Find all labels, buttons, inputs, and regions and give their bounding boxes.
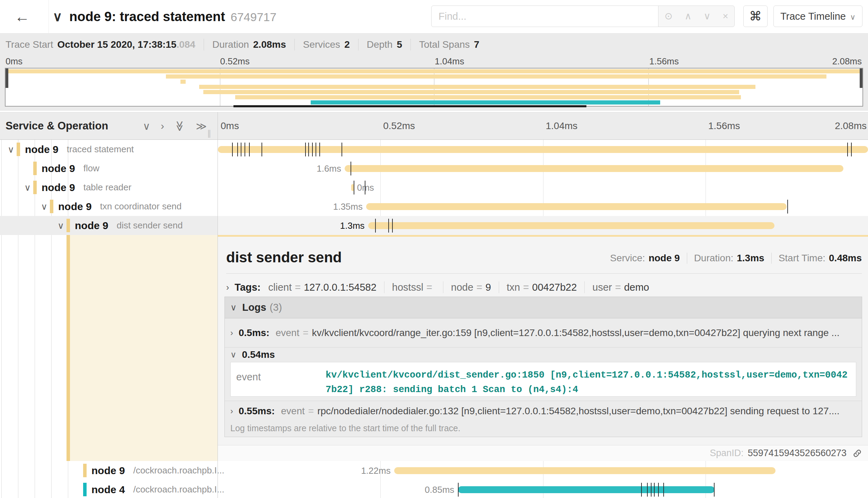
expand-one-icon[interactable]: › (161, 120, 164, 132)
log-field-value: rpc/nodedialer/nodedialer.go:132 [n9,cli… (317, 406, 840, 417)
log-marker-tick (654, 483, 655, 497)
time-tick-label: 1.04ms (546, 112, 578, 139)
back-button[interactable]: ← (5, 0, 39, 33)
divider (204, 39, 204, 51)
log-marker-tick (354, 181, 354, 194)
divider (294, 39, 295, 51)
detail-left-band (0, 235, 218, 461)
log-marker-tick (658, 483, 659, 497)
span-row[interactable]: ∨node 9table reader0ms (0, 178, 868, 197)
log-marker-tick (392, 219, 393, 233)
span-bar[interactable] (345, 165, 843, 172)
find-clear-icon[interactable]: × (723, 11, 728, 21)
expand-all-icon[interactable]: ≫ (196, 120, 206, 132)
span-row-text: node 9traced statement (25, 140, 134, 159)
span-row-text: node 9table reader (42, 178, 131, 197)
span-row-timeline: 0.85ms (218, 480, 868, 498)
collapse-deep-icon[interactable]: ≫ (174, 120, 186, 131)
log-marker-tick (458, 483, 459, 497)
timeline-header: Service & Operation ∨ › ≫ ≫ ∥ 0ms0.52ms1… (0, 112, 868, 140)
log-marker-tick (316, 143, 316, 156)
copy-link-icon[interactable] (852, 448, 862, 459)
span-service-name: node 9 (75, 220, 108, 232)
log-marker-tick (651, 483, 652, 497)
span-service-name: node 9 (58, 201, 92, 212)
equals-sign: = (308, 406, 314, 417)
log-marker-tick (308, 143, 309, 156)
log-marker-tick (245, 143, 245, 156)
log-timestamp: 0.54ms (242, 349, 275, 360)
minimap-scrub-bar[interactable] (233, 105, 586, 107)
log-marker-tick (262, 143, 262, 156)
span-row-left: ∨node 9txn coordinator send (0, 197, 218, 216)
find-input[interactable] (431, 6, 658, 27)
chevron-right-icon: › (230, 406, 233, 416)
divider (443, 281, 443, 293)
summary-label: Services (303, 39, 340, 50)
span-bar[interactable] (368, 222, 774, 229)
span-row-text: node 9txn coordinator send (58, 197, 181, 216)
span-bar[interactable] (366, 203, 787, 210)
span-color-accent (33, 162, 37, 175)
row-collapse-icon[interactable]: ∨ (8, 144, 14, 155)
span-color-accent (33, 181, 37, 194)
minimap-canvas[interactable] (5, 68, 863, 107)
trace-collapse-icon[interactable]: ∨ (53, 0, 62, 33)
log-entry[interactable]: › 0.55ms: event = rpc/nodedialer/nodedia… (230, 401, 856, 422)
logs-title: Logs (242, 302, 266, 313)
service-label: Service: (610, 253, 645, 264)
span-row-left: node 9/cockroach.roachpb.I... (0, 461, 218, 480)
tags-row[interactable]: › Tags: client=127.0.0.1:54582hostssl=no… (226, 279, 649, 296)
log-marker-tick (305, 143, 306, 156)
start-time-label: Start Time: (779, 253, 825, 264)
span-row-left: ∨node 9dist sender send (0, 216, 218, 235)
minimap-scrubber-handle[interactable] (6, 69, 8, 88)
span-row[interactable]: ∨node 9traced statement (0, 140, 868, 159)
divider (358, 39, 358, 51)
summary-label: Depth (367, 39, 393, 50)
keyboard-shortcuts-button[interactable]: ⌘ (743, 6, 768, 27)
span-row[interactable]: ∨node 9dist sender send1.3ms (0, 216, 868, 235)
find-next-icon[interactable]: ∨ (703, 11, 711, 21)
summary-label: Duration (212, 39, 249, 50)
locate-icon[interactable]: ⊙ (664, 11, 672, 21)
minimap-scrubber-handle[interactable] (860, 69, 862, 88)
summary-value-suffix: .084 (176, 39, 195, 50)
row-collapse-icon[interactable]: ∨ (57, 220, 64, 231)
collapse-all-icon[interactable]: ∨ (143, 120, 150, 132)
divider (48, 0, 49, 33)
equals-sign: = (303, 327, 308, 338)
span-row[interactable]: node 4/cockroach.roachpb.I...0.85ms (0, 480, 868, 498)
minimap-time-labels: 0ms0.52ms1.04ms1.56ms2.08ms (5, 56, 863, 67)
time-tick-label: 0.52ms (220, 56, 250, 67)
summary-value: 2.08ms (253, 39, 286, 50)
span-row-left: node 4/cockroach.roachpb.I... (0, 480, 218, 498)
logs-header[interactable]: ∨ Logs (3) (225, 297, 862, 318)
summary-value: October 15 2020, 17:38:15 (57, 39, 176, 50)
span-row[interactable]: ∨node 9txn coordinator send1.35ms (0, 197, 868, 216)
detail-highlight-band (70, 235, 218, 461)
column-resize-handle[interactable]: ∥ (207, 129, 212, 138)
divider (499, 281, 499, 293)
log-entry[interactable]: › 0.5ms: event = kv/kvclient/kvcoord/ran… (230, 318, 856, 347)
row-collapse-icon[interactable]: ∨ (24, 182, 31, 193)
log-marker-tick (249, 143, 250, 156)
find-prev-icon[interactable]: ∧ (684, 11, 692, 21)
span-operation-name: txn coordinator send (100, 201, 182, 212)
time-tick-label: 1.56ms (708, 112, 740, 139)
span-duration-label: 1.6ms (317, 163, 341, 174)
view-selector-button[interactable]: Trace Timeline∨ (773, 6, 862, 27)
logs-accordion: ∨ Logs (3) › 0.5ms: event = kv/kvclient/… (224, 297, 862, 437)
span-bar[interactable] (394, 467, 776, 474)
log-entry-expanded-header[interactable]: ∨ 0.54ms (230, 347, 856, 362)
span-row[interactable]: node 9/cockroach.roachpb.I...1.22ms (0, 461, 868, 480)
span-bar[interactable] (458, 486, 715, 493)
span-row[interactable]: node 9flow1.6ms (0, 159, 868, 178)
row-collapse-icon[interactable]: ∨ (41, 201, 47, 212)
log-field-key: event (281, 406, 305, 417)
time-tick-label: 0.52ms (383, 112, 415, 139)
span-operation-name: table reader (83, 182, 132, 193)
summary-label: Trace Start (6, 39, 53, 50)
panel-divider[interactable] (218, 112, 218, 498)
span-row-timeline: 0ms (218, 178, 868, 197)
